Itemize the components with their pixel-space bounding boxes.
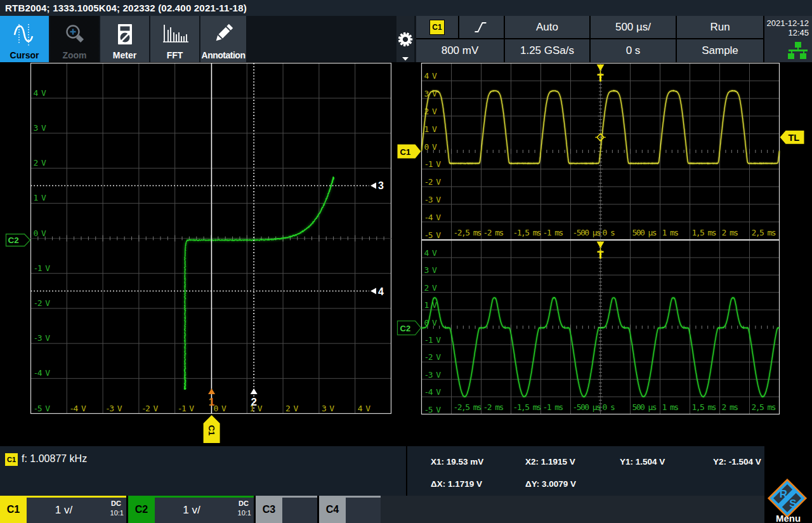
c2-time-y-tick-label: -4 V [424,387,442,397]
c2-time-x-tick-label: -2,5 ms [454,402,481,412]
c1-time-x-tick-label: -2,5 ms [454,228,481,237]
cursor-marker-1[interactable] [208,388,215,394]
xy-y-tick-label: -5 V [34,404,51,413]
cursor-marker-2[interactable] [251,388,258,394]
channel-c1-coupling: DC [111,500,121,507]
channel-c2-scale: 1 v/ [155,504,228,517]
channel-c1-panel: 1 v/ DC 10:1 [27,496,126,523]
c1-time-y-tick-label: -1 V [424,159,442,169]
c2-time-y-tick-label: 1 V [424,300,437,310]
svg-text:1: 1 [209,396,214,408]
xy-x-tick-label: 2 V [285,404,298,413]
xy-c1-pennant[interactable]: C1 [204,415,220,443]
c1-time-y-tick-label: 0 V [424,142,437,152]
svg-text:C2: C2 [8,235,19,245]
cursor-marker-3[interactable] [370,182,376,189]
logo-letter-r: R [780,488,787,500]
c2-time-x-tick-label: 2 ms [722,402,738,412]
c1-time-x-tick-label: -1,5 ms [513,228,541,237]
xy-x-tick-label: -4 V [69,404,86,413]
c1-time-x-tick-label: 2,5 ms [752,228,776,237]
c1-channel-pennant[interactable]: C1 [398,145,421,159]
xy-x-tick-label: -2 V [141,404,159,413]
xy-x-tick-label: 0 V [214,404,226,413]
channel-c1-scale: 1 v/ [27,504,101,517]
menu-button[interactable]: R S Menu [764,446,812,523]
channel-tab-c2[interactable]: 1 v/ DC 10:1 C2 [128,496,254,523]
xy-y-tick-label: 0 V [34,228,46,238]
xy-y-tick-label: -4 V [34,368,51,378]
c2-time-y-tick-label: 4 V [424,248,437,258]
c2-time-x-tick-label: 0 s [603,402,615,412]
c1-time-x-tick-label: -2 ms [483,228,504,237]
channel-tab-c4[interactable]: C4 [319,496,381,523]
c1-time-trigger-position-marker[interactable] [597,65,605,82]
rs-logo: R S [764,446,812,523]
c1-time-x-tick-label: 2 ms [722,228,738,237]
c1-time-x-tick-label: -1 ms [543,228,563,237]
channel-c2-badge: C2 [128,496,155,523]
c2-time-x-tick-label: 2,5 ms [752,402,776,412]
oscilloscope-screen: RTB2004; 1333.1005K04; 202332 (02.400 20… [0,0,812,523]
c2-time-y-tick-label: 0 V [424,318,437,328]
measurebar-divider [406,446,407,496]
xy-c2-pennant[interactable]: C2 [6,234,30,246]
menu-button-label: Menu [764,513,812,523]
measurement-bar: C1 f: 1.00877 kHz X1: 19.53 mV X2: 1.191… [0,446,764,496]
channel-c4-badge: C4 [319,496,346,523]
c1-time-x-tick-label: 1,5 ms [692,228,716,237]
channel-c1-badge: C1 [0,496,27,523]
xy-x-tick-label: 3 V [322,404,334,413]
xy-x-tick-label: 4 V [358,404,370,413]
channelbar-fill [381,496,764,523]
channel-c2-probe: 10:1 [238,509,251,517]
xy-x-tick-label: -3 V [105,404,122,413]
c1-time-y-tick-label: 1 V [424,124,437,134]
cursor-dx-value: ΔX: 1.1719 V [431,479,482,489]
xy-y-tick-label: -3 V [34,333,51,343]
c2-time-y-tick-label: 3 V [424,265,437,275]
channel-c1-probe: 10:1 [110,509,124,517]
xy-y-tick-label: -1 V [34,263,51,273]
c2-time-x-tick-label: -500 µs [573,402,601,412]
channel-c2-coupling: DC [239,500,249,507]
channel-c2-panel: 1 v/ DC 10:1 [155,496,254,523]
xy-y-tick-label: 3 V [34,123,46,133]
cursor-marker-4[interactable] [370,288,376,295]
c2-time-trigger-position-marker[interactable] [597,242,605,259]
c2-time-x-tick-label: 1,5 ms [692,402,716,412]
xy-y-tick-label: -2 V [34,298,51,308]
channel-tab-c1[interactable]: 1 v/ DC 10:1 C1 [0,496,126,523]
c2-time-y-tick-label: 2 V [424,283,437,293]
channel-c3-panel [282,496,317,523]
svg-text:2: 2 [251,396,256,408]
svg-text:C1: C1 [400,147,411,157]
trigger-level-pennant[interactable]: TL [780,131,804,144]
c1-time-y-tick-label: -5 V [424,230,442,240]
c1-time-x-tick-label: -500 µs [573,228,601,237]
channel-c3-badge: C3 [256,496,282,523]
channel-bar: 1 v/ DC 10:1 C1 1 v/ DC 10:1 C2 C3 C4 [0,496,812,523]
c1-time-x-tick-label: 0 s [603,228,615,237]
cursor-x2-value: X2: 1.1915 V [525,457,575,467]
c2-time-y-tick-label: -3 V [424,370,442,380]
xy-y-tick-label: 2 V [34,158,46,168]
cursor-marker-label: 4 [378,286,384,297]
svg-text:TL: TL [789,133,800,143]
c2-time-x-tick-label: -1 ms [543,402,563,412]
channel-tab-c3[interactable]: C3 [256,496,317,523]
c1-time-y-tick-label: -3 V [424,195,442,204]
c2-time-x-tick-label: -1,5 ms [513,402,541,412]
svg-text:C1: C1 [207,425,216,436]
cursor-y2-value: Y2: -1.504 V [713,457,761,467]
measurement-source-badge: C1 [5,453,18,466]
cursor-y1-value: Y1: 1.504 V [620,457,665,467]
xy-axis-labels: 4 V3 V2 V1 V0 V-1 V-2 V-3 V-4 V-5 V-4 V-… [34,88,371,413]
c2-channel-pennant[interactable]: C2 [398,321,421,335]
cursor-x1-value: X1: 19.53 mV [431,457,483,467]
c1-time-y-tick-label: -2 V [424,177,442,187]
xy-x-tick-label: -1 V [178,404,195,413]
c2-time-y-tick-label: -2 V [424,352,442,362]
c1-time-x-tick-label: 1 ms [662,228,679,237]
frequency-measurement: f: 1.00877 kHz [22,453,87,465]
